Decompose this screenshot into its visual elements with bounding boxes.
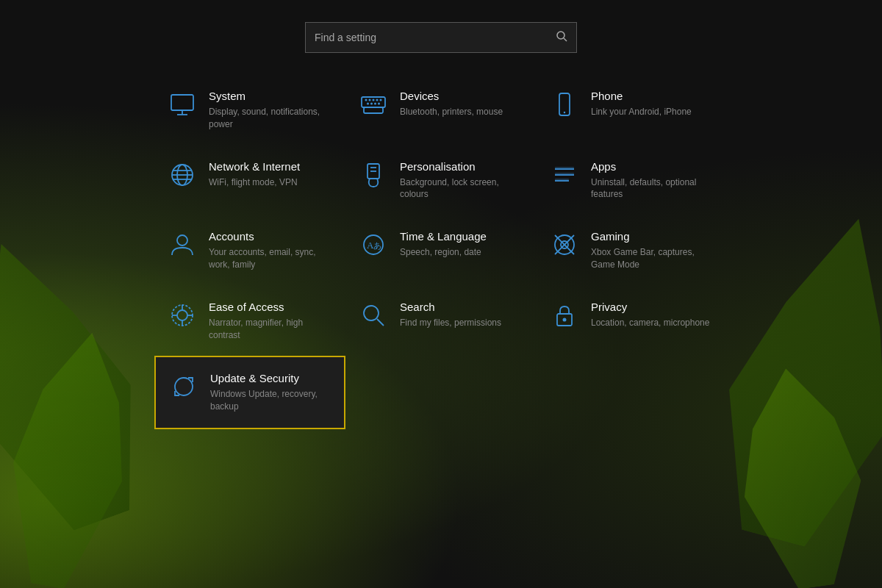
svg-point-46 [364,306,379,320]
setting-title-search: Search [400,301,501,314]
setting-title-devices: Devices [400,90,503,103]
gaming-icon [550,230,579,259]
setting-item-gaming[interactable]: Gaming Xbox Game Bar, captures, Game Mod… [537,215,728,286]
settings-grid: System Display, sound, notifications, po… [154,75,728,429]
svg-rect-30 [555,173,574,176]
globe-icon [168,160,197,190]
setting-item-phone[interactable]: Phone Link your Android, iPhone [537,75,728,146]
setting-desc-system: Display, sound, notifications, power [209,106,332,131]
setting-title-privacy: Privacy [591,301,709,314]
setting-desc-phone: Link your Android, iPhone [591,106,692,118]
setting-item-network[interactable]: Network & Internet WiFi, flight mode, VP… [154,146,345,216]
setting-item-system[interactable]: System Display, sound, notifications, po… [154,75,345,146]
setting-desc-personalisation: Background, lock screen, colours [400,176,523,201]
setting-title-phone: Phone [591,90,692,103]
language-icon: Aあ [359,230,388,259]
svg-rect-2 [171,95,193,110]
brush-icon [359,160,388,190]
setting-item-privacy[interactable]: Privacy Location, camera, microphone [537,286,728,356]
setting-text-ease: Ease of Access Narrator, magnifier, high… [209,301,332,342]
setting-text-privacy: Privacy Location, camera, microphone [591,301,709,329]
setting-desc-network: WiFi, flight mode, VPN [209,176,300,189]
setting-desc-accounts: Your accounts, email, sync, work, family [209,246,332,271]
setting-desc-ease: Narrator, magnifier, high contrast [209,317,332,342]
search-bar [305,22,577,53]
setting-title-time: Time & Language [400,230,487,243]
search-bar-wrapper [305,22,577,53]
setting-text-apps: Apps Uninstall, defaults, optional featu… [591,160,714,201]
update-icon [169,372,198,401]
setting-desc-gaming: Xbox Game Bar, captures, Game Mode [591,246,714,271]
setting-title-network: Network & Internet [209,160,300,173]
svg-point-41 [177,310,187,320]
svg-point-49 [563,318,567,321]
setting-item-time[interactable]: Aあ Time & Language Speech, region, date [345,215,537,286]
setting-desc-time: Speech, region, date [400,246,487,259]
svg-rect-29 [555,167,574,170]
svg-line-47 [377,319,384,326]
setting-text-phone: Phone Link your Android, iPhone [591,90,692,118]
setting-item-search[interactable]: Search Find my files, permissions [345,286,537,356]
setting-text-personalisation: Personalisation Background, lock screen,… [400,160,523,201]
setting-desc-devices: Bluetooth, printers, mouse [400,106,503,118]
person-icon [168,230,197,259]
svg-point-0 [557,32,564,39]
monitor-icon [168,90,197,119]
setting-text-accounts: Accounts Your accounts, email, sync, wor… [209,230,332,271]
search-input[interactable] [315,32,550,43]
setting-item-devices[interactable]: Devices Bluetooth, printers, mouse [345,75,537,146]
setting-item-ease[interactable]: Ease of Access Narrator, magnifier, high… [154,286,345,356]
setting-item-update[interactable]: Update & Security Windows Update, recove… [154,356,345,429]
apps-icon [550,160,579,190]
phone-icon [550,90,579,119]
setting-item-accounts[interactable]: Accounts Your accounts, email, sync, wor… [154,215,345,286]
search-icon [556,30,567,45]
setting-title-ease: Ease of Access [209,301,332,314]
svg-text:あ: あ [373,241,381,250]
setting-title-gaming: Gaming [591,230,714,243]
svg-rect-6 [364,107,383,113]
svg-point-32 [177,235,187,245]
setting-title-personalisation: Personalisation [400,160,523,173]
setting-text-search: Search Find my files, permissions [400,301,501,329]
setting-item-personalisation[interactable]: Personalisation Background, lock screen,… [345,146,537,216]
setting-desc-privacy: Location, camera, microphone [591,317,709,329]
setting-text-system: System Display, sound, notifications, po… [209,90,332,131]
setting-text-devices: Devices Bluetooth, printers, mouse [400,90,503,118]
main-content: System Display, sound, notifications, po… [0,0,882,588]
setting-title-apps: Apps [591,160,714,173]
svg-line-1 [564,38,567,41]
setting-item-apps[interactable]: Apps Uninstall, defaults, optional featu… [537,146,728,216]
svg-rect-5 [362,97,385,107]
setting-desc-update: Windows Update, recovery, backup [210,388,331,413]
setting-text-time: Time & Language Speech, region, date [400,230,487,259]
setting-text-network: Network & Internet WiFi, flight mode, VP… [209,160,300,189]
setting-title-system: System [209,90,332,103]
setting-text-update: Update & Security Windows Update, recove… [210,372,331,413]
setting-desc-search: Find my files, permissions [400,317,501,329]
setting-title-update: Update & Security [210,372,331,385]
privacy-icon [550,301,579,330]
setting-desc-apps: Uninstall, defaults, optional features [591,176,714,201]
keyboard-icon [359,90,388,119]
setting-text-gaming: Gaming Xbox Game Bar, captures, Game Mod… [591,230,714,271]
ease-icon [168,301,197,330]
svg-rect-31 [555,179,569,182]
search-icon [359,301,388,330]
setting-title-accounts: Accounts [209,230,332,243]
